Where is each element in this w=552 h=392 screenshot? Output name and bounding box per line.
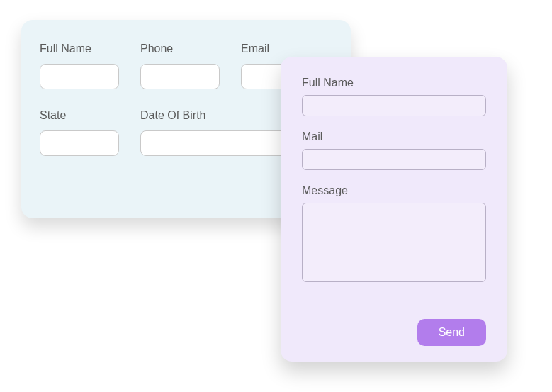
full-name-field: Full Name [40, 43, 119, 89]
state-field: State [40, 109, 119, 156]
full-name-input[interactable] [40, 64, 119, 89]
form-card-front: Full Name Mail Message Send [281, 57, 507, 362]
front-message-textarea[interactable] [302, 203, 486, 282]
full-name-label: Full Name [40, 43, 119, 55]
email-label: Email [241, 43, 320, 55]
phone-label: Phone [140, 43, 220, 55]
front-full-name-label: Full Name [302, 77, 486, 89]
state-label: State [40, 109, 119, 122]
phone-field: Phone [140, 43, 220, 89]
front-full-name-input[interactable] [302, 95, 486, 116]
front-mail-label: Mail [302, 130, 486, 143]
front-message-label: Message [302, 184, 486, 197]
front-full-name-field: Full Name [302, 77, 486, 116]
front-mail-field: Mail [302, 130, 486, 170]
front-mail-input[interactable] [302, 149, 486, 170]
send-row: Send [302, 319, 486, 346]
phone-input[interactable] [140, 64, 220, 89]
front-message-field: Message [302, 184, 486, 282]
send-button[interactable]: Send [417, 319, 486, 346]
state-input[interactable] [40, 130, 119, 156]
